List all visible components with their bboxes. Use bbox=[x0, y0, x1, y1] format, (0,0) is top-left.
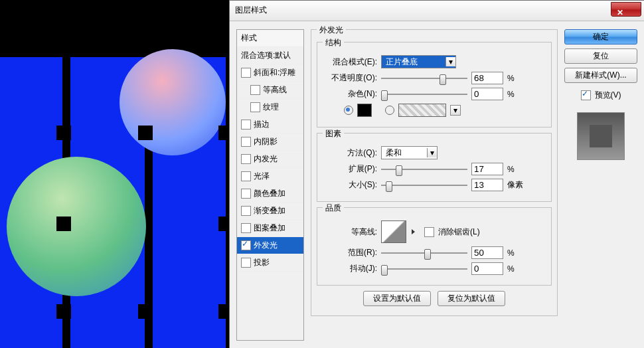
checkbox[interactable] bbox=[250, 102, 260, 112]
outerglow-legend: 外发光 bbox=[317, 25, 346, 36]
noise-slider[interactable] bbox=[381, 89, 467, 100]
styles-header[interactable]: 样式 bbox=[237, 30, 303, 47]
noise-label: 杂色(N): bbox=[324, 88, 377, 100]
checkbox[interactable] bbox=[241, 154, 251, 164]
jitter-label: 抖动(J): bbox=[324, 263, 377, 274]
style-texture[interactable]: 纹理 bbox=[237, 99, 303, 116]
checkbox[interactable] bbox=[241, 240, 251, 250]
range-input[interactable] bbox=[471, 246, 503, 259]
noise-input[interactable] bbox=[471, 88, 503, 100]
method-label: 方法(Q): bbox=[324, 147, 377, 159]
chevron-down-icon: ▾ bbox=[427, 148, 437, 157]
style-innershadow[interactable]: 内阴影 bbox=[237, 133, 303, 151]
anti-alias-label: 消除锯齿(L) bbox=[438, 226, 480, 238]
dialog-title: 图层样式 bbox=[235, 5, 267, 16]
handle[interactable] bbox=[138, 304, 153, 319]
checkbox[interactable] bbox=[241, 206, 251, 216]
chevron-down-icon: ▾ bbox=[445, 57, 455, 66]
gradient-radio[interactable] bbox=[385, 106, 394, 115]
chevron-right-icon[interactable] bbox=[412, 229, 415, 234]
layer-style-dialog: 图层样式 ✕ 样式 混合选项:默认 斜面和:浮雕 等高线 纹理 描边 内阴影 内… bbox=[229, 0, 644, 348]
right-column: 确定 复位 新建样式(W)... 预览(V) bbox=[564, 29, 637, 341]
quality-group: 品质 等高线: 消除锯齿(L) 范围(R): % 抖动(J): bbox=[317, 207, 552, 286]
blend-label: 混合模式(E): bbox=[324, 56, 377, 68]
spread-label: 扩展(P): bbox=[324, 163, 377, 175]
size-label: 大小(S): bbox=[324, 179, 377, 191]
blend-options[interactable]: 混合选项:默认 bbox=[237, 47, 303, 64]
checkbox[interactable] bbox=[241, 223, 251, 233]
checkbox[interactable] bbox=[241, 189, 251, 199]
solid-color-radio[interactable] bbox=[344, 106, 353, 115]
opacity-slider[interactable] bbox=[381, 73, 467, 84]
gradient-swatch[interactable] bbox=[398, 104, 446, 117]
size-slider[interactable] bbox=[381, 180, 467, 191]
checkbox[interactable] bbox=[250, 85, 260, 95]
reset-default-button[interactable]: 复位为默认值 bbox=[438, 291, 505, 306]
handle[interactable] bbox=[56, 126, 71, 140]
style-gradoverlay[interactable]: 渐变叠加 bbox=[237, 203, 303, 220]
style-outerglow[interactable]: 外发光 bbox=[237, 237, 303, 254]
preview-box bbox=[577, 112, 625, 160]
checkbox[interactable] bbox=[241, 171, 251, 181]
percent-unit: % bbox=[507, 90, 527, 99]
checkbox[interactable] bbox=[241, 68, 251, 78]
jitter-slider[interactable] bbox=[381, 264, 467, 274]
circle bbox=[7, 157, 146, 296]
percent-unit: % bbox=[507, 74, 527, 83]
circle bbox=[120, 49, 226, 155]
titlebar[interactable]: 图层样式 ✕ bbox=[230, 1, 644, 21]
style-coloroverlay[interactable]: 颜色叠加 bbox=[237, 185, 303, 203]
color-swatch[interactable] bbox=[357, 104, 372, 117]
style-innerglow[interactable]: 内发光 bbox=[237, 151, 303, 168]
style-list: 样式 混合选项:默认 斜面和:浮雕 等高线 纹理 描边 内阴影 内发光 光泽 颜… bbox=[236, 29, 304, 341]
spread-input[interactable] bbox=[471, 163, 503, 175]
jitter-input[interactable] bbox=[471, 262, 503, 275]
canvas bbox=[0, 57, 232, 348]
preview-checkbox[interactable] bbox=[581, 90, 591, 100]
settings-panel: 外发光 结构 混合模式(E): 正片叠底 ▾ 不透明度(O): bbox=[309, 29, 559, 341]
cancel-button[interactable]: 复位 bbox=[564, 48, 637, 64]
x-icon: ✕ bbox=[617, 7, 623, 19]
opacity-label: 不透明度(O): bbox=[324, 72, 377, 84]
percent-unit: % bbox=[507, 165, 527, 174]
ok-button[interactable]: 确定 bbox=[564, 29, 637, 44]
checkbox[interactable] bbox=[241, 137, 251, 147]
handle[interactable] bbox=[138, 126, 153, 140]
range-slider[interactable] bbox=[381, 248, 467, 258]
anti-alias-checkbox[interactable] bbox=[424, 227, 434, 237]
blend-dropdown[interactable]: 正片叠底 ▾ bbox=[381, 55, 456, 68]
method-dropdown[interactable]: 柔和 ▾ bbox=[381, 146, 438, 159]
preview-swatch bbox=[590, 125, 612, 147]
set-default-button[interactable]: 设置为默认值 bbox=[363, 291, 431, 306]
style-dropshadow[interactable]: 投影 bbox=[237, 254, 303, 272]
size-unit: 像素 bbox=[507, 179, 527, 191]
style-bevel[interactable]: 斜面和:浮雕 bbox=[237, 64, 303, 82]
contour-label: 等高线: bbox=[324, 226, 377, 238]
elements-legend: 图素 bbox=[323, 128, 344, 139]
handle[interactable] bbox=[56, 304, 71, 319]
outerglow-group: 外发光 结构 混合模式(E): 正片叠底 ▾ 不透明度(O): bbox=[311, 29, 558, 316]
size-input[interactable] bbox=[471, 179, 503, 191]
spread-slider[interactable] bbox=[381, 164, 467, 175]
style-satin[interactable]: 光泽 bbox=[237, 168, 303, 185]
elements-group: 图素 方法(Q): 柔和 ▾ 扩展(P): % bbox=[317, 133, 552, 202]
handle[interactable] bbox=[56, 217, 71, 231]
style-stroke[interactable]: 描边 bbox=[237, 116, 303, 133]
structure-group: 结构 混合模式(E): 正片叠底 ▾ 不透明度(O): % bbox=[317, 42, 552, 128]
preview-label: 预览(V) bbox=[595, 90, 621, 101]
style-contour[interactable]: 等高线 bbox=[237, 82, 303, 99]
contour-picker[interactable] bbox=[381, 220, 406, 243]
checkbox[interactable] bbox=[241, 120, 251, 130]
range-label: 范围(R): bbox=[324, 247, 377, 258]
structure-legend: 结构 bbox=[323, 37, 344, 48]
style-patoverlay[interactable]: 图案叠加 bbox=[237, 220, 303, 237]
percent-unit: % bbox=[507, 264, 527, 274]
close-button[interactable]: ✕ bbox=[611, 2, 641, 17]
new-style-button[interactable]: 新建样式(W)... bbox=[564, 68, 637, 83]
opacity-input[interactable] bbox=[471, 72, 503, 84]
chevron-down-icon[interactable]: ▾ bbox=[450, 105, 461, 116]
quality-legend: 品质 bbox=[323, 203, 344, 214]
checkbox[interactable] bbox=[241, 258, 251, 268]
percent-unit: % bbox=[507, 248, 527, 258]
